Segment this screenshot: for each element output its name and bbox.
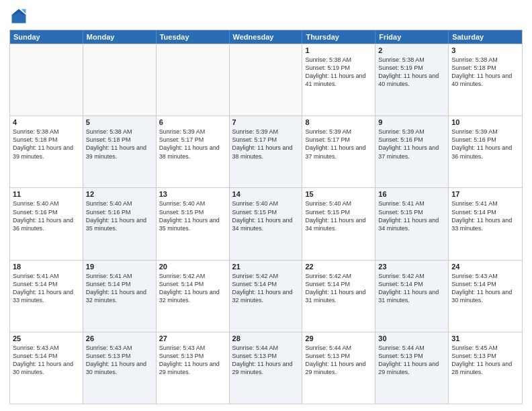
day-number: 29	[305, 334, 372, 342]
cell-text: Sunrise: 5:38 AM Sunset: 5:18 PM Dayligh…	[451, 56, 519, 89]
day-number: 9	[378, 118, 445, 126]
day-number: 13	[159, 190, 226, 198]
cell-text: Sunrise: 5:39 AM Sunset: 5:17 PM Dayligh…	[232, 128, 300, 161]
calendar-cell: 15Sunrise: 5:40 AM Sunset: 5:15 PM Dayli…	[302, 188, 375, 259]
day-number: 21	[232, 263, 300, 271]
calendar-header-cell: Monday	[83, 30, 157, 44]
day-number: 25	[13, 334, 80, 342]
cell-text: Sunrise: 5:41 AM Sunset: 5:14 PM Dayligh…	[451, 199, 519, 232]
cell-text: Sunrise: 5:43 AM Sunset: 5:13 PM Dayligh…	[86, 344, 153, 377]
day-number: 27	[159, 334, 226, 342]
calendar-cell: 27Sunrise: 5:43 AM Sunset: 5:13 PM Dayli…	[157, 332, 230, 404]
calendar-cell: 18Sunrise: 5:41 AM Sunset: 5:14 PM Dayli…	[10, 261, 83, 332]
cell-text: Sunrise: 5:41 AM Sunset: 5:14 PM Dayligh…	[86, 272, 153, 305]
calendar-cell: 20Sunrise: 5:42 AM Sunset: 5:14 PM Dayli…	[157, 261, 230, 332]
day-number: 16	[378, 190, 445, 198]
calendar-header-cell: Tuesday	[157, 30, 230, 44]
calendar-cell	[83, 44, 157, 116]
logo-icon	[9, 7, 28, 26]
cell-text: Sunrise: 5:44 AM Sunset: 5:13 PM Dayligh…	[305, 344, 372, 377]
calendar-cell	[157, 44, 230, 116]
day-number: 22	[305, 263, 372, 271]
calendar-header-cell: Sunday	[10, 30, 83, 44]
calendar-row: 1Sunrise: 5:38 AM Sunset: 5:19 PM Daylig…	[10, 44, 522, 116]
day-number: 26	[86, 334, 153, 342]
day-number: 28	[232, 334, 300, 342]
cell-text: Sunrise: 5:44 AM Sunset: 5:13 PM Dayligh…	[232, 344, 300, 377]
logo	[9, 7, 31, 26]
calendar-header: SundayMondayTuesdayWednesdayThursdayFrid…	[10, 30, 522, 44]
cell-text: Sunrise: 5:39 AM Sunset: 5:17 PM Dayligh…	[159, 128, 226, 161]
calendar-cell	[10, 44, 83, 116]
calendar-cell: 30Sunrise: 5:44 AM Sunset: 5:13 PM Dayli…	[375, 332, 449, 404]
calendar-cell: 14Sunrise: 5:40 AM Sunset: 5:15 PM Dayli…	[230, 188, 303, 259]
cell-text: Sunrise: 5:42 AM Sunset: 5:14 PM Dayligh…	[159, 272, 226, 305]
cell-text: Sunrise: 5:38 AM Sunset: 5:18 PM Dayligh…	[86, 128, 153, 161]
day-number: 2	[378, 46, 445, 54]
calendar-cell: 24Sunrise: 5:43 AM Sunset: 5:14 PM Dayli…	[449, 261, 522, 332]
calendar-cell: 9Sunrise: 5:39 AM Sunset: 5:16 PM Daylig…	[375, 116, 449, 187]
page: SundayMondayTuesdayWednesdayThursdayFrid…	[0, 0, 532, 411]
calendar-cell	[230, 44, 303, 116]
day-number: 30	[378, 334, 445, 342]
calendar-cell: 4Sunrise: 5:38 AM Sunset: 5:18 PM Daylig…	[10, 116, 83, 187]
day-number: 19	[86, 263, 153, 271]
day-number: 23	[378, 263, 445, 271]
day-number: 14	[232, 190, 300, 198]
day-number: 11	[13, 190, 80, 198]
calendar-body: 1Sunrise: 5:38 AM Sunset: 5:19 PM Daylig…	[10, 44, 522, 404]
cell-text: Sunrise: 5:39 AM Sunset: 5:16 PM Dayligh…	[378, 128, 445, 161]
calendar-cell: 10Sunrise: 5:39 AM Sunset: 5:16 PM Dayli…	[449, 116, 522, 187]
cell-text: Sunrise: 5:41 AM Sunset: 5:15 PM Dayligh…	[378, 199, 445, 232]
calendar-cell: 11Sunrise: 5:40 AM Sunset: 5:16 PM Dayli…	[10, 188, 83, 259]
cell-text: Sunrise: 5:39 AM Sunset: 5:16 PM Dayligh…	[451, 128, 519, 161]
calendar-cell: 26Sunrise: 5:43 AM Sunset: 5:13 PM Dayli…	[83, 332, 157, 404]
cell-text: Sunrise: 5:44 AM Sunset: 5:13 PM Dayligh…	[378, 344, 445, 377]
calendar-cell: 23Sunrise: 5:42 AM Sunset: 5:14 PM Dayli…	[375, 261, 449, 332]
calendar-header-cell: Friday	[375, 30, 449, 44]
day-number: 15	[305, 190, 372, 198]
cell-text: Sunrise: 5:42 AM Sunset: 5:14 PM Dayligh…	[305, 272, 372, 305]
calendar-row: 4Sunrise: 5:38 AM Sunset: 5:18 PM Daylig…	[10, 116, 522, 187]
cell-text: Sunrise: 5:40 AM Sunset: 5:15 PM Dayligh…	[159, 199, 226, 232]
cell-text: Sunrise: 5:39 AM Sunset: 5:17 PM Dayligh…	[305, 128, 372, 161]
calendar-row: 18Sunrise: 5:41 AM Sunset: 5:14 PM Dayli…	[10, 260, 522, 332]
calendar-cell: 2Sunrise: 5:38 AM Sunset: 5:19 PM Daylig…	[375, 44, 449, 116]
cell-text: Sunrise: 5:43 AM Sunset: 5:14 PM Dayligh…	[13, 344, 80, 377]
day-number: 6	[159, 118, 226, 126]
calendar-cell: 8Sunrise: 5:39 AM Sunset: 5:17 PM Daylig…	[302, 116, 375, 187]
day-number: 1	[305, 46, 372, 54]
calendar-cell: 29Sunrise: 5:44 AM Sunset: 5:13 PM Dayli…	[302, 332, 375, 404]
cell-text: Sunrise: 5:42 AM Sunset: 5:14 PM Dayligh…	[378, 272, 445, 305]
day-number: 10	[451, 118, 519, 126]
calendar-cell: 5Sunrise: 5:38 AM Sunset: 5:18 PM Daylig…	[83, 116, 157, 187]
calendar-cell: 21Sunrise: 5:42 AM Sunset: 5:14 PM Dayli…	[230, 261, 303, 332]
day-number: 31	[451, 334, 519, 342]
cell-text: Sunrise: 5:40 AM Sunset: 5:15 PM Dayligh…	[305, 199, 372, 232]
calendar-cell: 6Sunrise: 5:39 AM Sunset: 5:17 PM Daylig…	[157, 116, 230, 187]
day-number: 8	[305, 118, 372, 126]
day-number: 4	[13, 118, 80, 126]
calendar-header-cell: Saturday	[449, 30, 522, 44]
calendar-cell: 19Sunrise: 5:41 AM Sunset: 5:14 PM Dayli…	[83, 261, 157, 332]
calendar-cell: 13Sunrise: 5:40 AM Sunset: 5:15 PM Dayli…	[157, 188, 230, 259]
cell-text: Sunrise: 5:38 AM Sunset: 5:19 PM Dayligh…	[305, 56, 372, 89]
day-number: 24	[451, 263, 519, 271]
day-number: 17	[451, 190, 519, 198]
calendar-cell: 31Sunrise: 5:45 AM Sunset: 5:13 PM Dayli…	[449, 332, 522, 404]
calendar-cell: 28Sunrise: 5:44 AM Sunset: 5:13 PM Dayli…	[230, 332, 303, 404]
cell-text: Sunrise: 5:40 AM Sunset: 5:16 PM Dayligh…	[13, 199, 80, 232]
calendar-cell: 25Sunrise: 5:43 AM Sunset: 5:14 PM Dayli…	[10, 332, 83, 404]
calendar-row: 11Sunrise: 5:40 AM Sunset: 5:16 PM Dayli…	[10, 187, 522, 259]
cell-text: Sunrise: 5:41 AM Sunset: 5:14 PM Dayligh…	[13, 272, 80, 305]
cell-text: Sunrise: 5:38 AM Sunset: 5:18 PM Dayligh…	[13, 128, 80, 161]
calendar-cell: 7Sunrise: 5:39 AM Sunset: 5:17 PM Daylig…	[230, 116, 303, 187]
calendar-cell: 22Sunrise: 5:42 AM Sunset: 5:14 PM Dayli…	[302, 261, 375, 332]
day-number: 20	[159, 263, 226, 271]
day-number: 7	[232, 118, 300, 126]
day-number: 18	[13, 263, 80, 271]
calendar: SundayMondayTuesdayWednesdayThursdayFrid…	[9, 30, 523, 404]
cell-text: Sunrise: 5:38 AM Sunset: 5:19 PM Dayligh…	[378, 56, 445, 89]
calendar-cell: 16Sunrise: 5:41 AM Sunset: 5:15 PM Dayli…	[375, 188, 449, 259]
cell-text: Sunrise: 5:42 AM Sunset: 5:14 PM Dayligh…	[232, 272, 300, 305]
